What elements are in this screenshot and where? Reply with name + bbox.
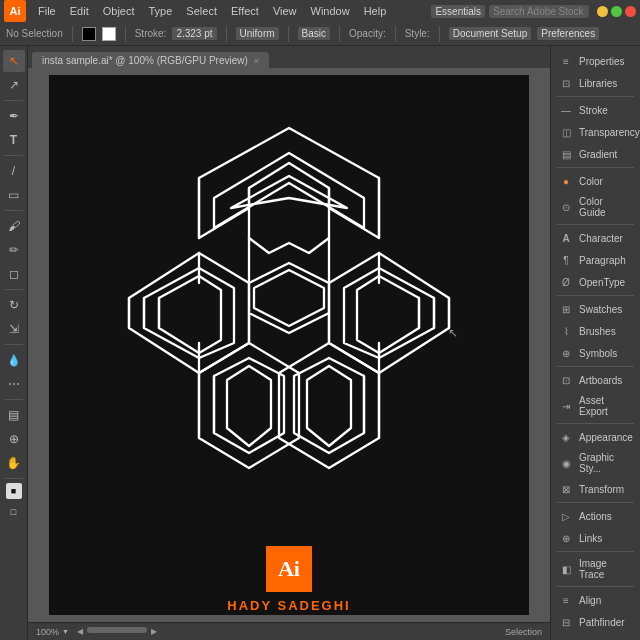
panel-item-paragraph[interactable]: ¶ Paragraph — [551, 249, 640, 271]
menu-edit[interactable]: Edit — [64, 3, 95, 19]
nav-right-btn[interactable]: ▶ — [151, 627, 157, 636]
panel-item-properties[interactable]: ≡ Properties — [551, 50, 640, 72]
basic-selector[interactable]: Basic — [298, 27, 330, 40]
panel-label-character: Character — [579, 233, 623, 244]
menu-effect[interactable]: Effect — [225, 3, 265, 19]
actions-icon: ▷ — [559, 509, 573, 523]
menu-type[interactable]: Type — [143, 3, 179, 19]
artboards-icon: ⊡ — [559, 373, 573, 387]
panel-label-transparency: Transparency — [579, 127, 640, 138]
window-controls — [597, 6, 636, 17]
pen-tool[interactable]: ✒ — [3, 105, 25, 127]
direct-selection-tool[interactable]: ↗ — [3, 74, 25, 96]
opentype-icon: Ø — [559, 275, 573, 289]
prefs-btn[interactable]: Preferences — [537, 27, 599, 40]
tab-bar: insta sample.ai* @ 100% (RGB/GPU Preview… — [28, 46, 550, 68]
panel-label-transform: Transform — [579, 484, 624, 495]
maximize-button[interactable] — [611, 6, 622, 17]
hand-tool[interactable]: ✋ — [3, 452, 25, 474]
stroke-swatch-tool[interactable]: □ — [3, 501, 25, 523]
zoom-dropdown-icon[interactable]: ▼ — [62, 628, 69, 635]
type-tool[interactable]: T — [3, 129, 25, 151]
panel-item-opentype[interactable]: Ø OpenType — [551, 271, 640, 293]
style-label: Style: — [405, 28, 430, 39]
zoom-tool[interactable]: ⊕ — [3, 428, 25, 450]
color-icon: ● — [559, 174, 573, 188]
panel-item-artboards[interactable]: ⊡ Artboards — [551, 369, 640, 391]
menu-view[interactable]: View — [267, 3, 303, 19]
paragraph-icon: ¶ — [559, 253, 573, 267]
panel-item-brushes[interactable]: ⌇ Brushes — [551, 320, 640, 342]
panel-item-image-trace[interactable]: ◧ Image Trace — [551, 554, 640, 584]
nav-bar[interactable] — [87, 627, 147, 633]
libraries-icon: ⊡ — [559, 76, 573, 90]
panel-item-align[interactable]: ≡ Align — [551, 589, 640, 611]
panel-item-appearance[interactable]: ◈ Appearance — [551, 426, 640, 448]
menu-window[interactable]: Window — [305, 3, 356, 19]
minimize-button[interactable] — [597, 6, 608, 17]
line-tool[interactable]: / — [3, 160, 25, 182]
menu-object[interactable]: Object — [97, 3, 141, 19]
panel-item-asset-export[interactable]: ⇥ Asset Export — [551, 391, 640, 421]
properties-icon: ≡ — [559, 54, 573, 68]
doc-setup-btn[interactable]: Document Setup — [449, 27, 532, 40]
panel-item-transparency[interactable]: ◫ Transparency — [551, 121, 640, 143]
panel-label-appearance: Appearance — [579, 432, 633, 443]
pencil-tool[interactable]: ✏ — [3, 239, 25, 261]
panel-item-libraries[interactable]: ⊡ Libraries — [551, 72, 640, 94]
zoom-control[interactable]: 100% ▼ — [36, 627, 69, 637]
paintbrush-tool[interactable]: 🖌 — [3, 215, 25, 237]
panel-label-pathfinder: Pathfinder — [579, 617, 625, 628]
search-stock[interactable]: Search Adobe Stock — [489, 5, 589, 18]
rotate-tool[interactable]: ↻ — [3, 294, 25, 316]
brushes-icon: ⌇ — [559, 324, 573, 338]
menu-bar: Ai File Edit Object Type Select Effect V… — [0, 0, 640, 22]
tab-close-btn[interactable]: × — [254, 56, 259, 66]
panel-item-symbols[interactable]: ⊛ Symbols — [551, 342, 640, 364]
artist-name: HADY SADEGHI — [227, 598, 350, 613]
menu-help[interactable]: Help — [358, 3, 393, 19]
blend-tool[interactable]: ⋯ — [3, 373, 25, 395]
transparency-icon: ◫ — [559, 125, 573, 139]
stroke-color[interactable] — [102, 27, 116, 41]
zoom-value[interactable]: 100% — [36, 627, 59, 637]
tools-panel: ↖ ↗ ✒ T / ▭ 🖌 ✏ ◻ ↻ ⇲ 💧 ⋯ ▤ ⊕ ✋ ■ □ — [0, 46, 28, 640]
panel-item-pathfinder[interactable]: ⊟ Pathfinder — [551, 611, 640, 633]
main-area: ↖ ↗ ✒ T / ▭ 🖌 ✏ ◻ ↻ ⇲ 💧 ⋯ ▤ ⊕ ✋ ■ □ inst… — [0, 46, 640, 640]
workspace-selector[interactable]: Essentials — [431, 5, 485, 18]
panel-item-links[interactable]: ⊕ Links — [551, 527, 640, 549]
fill-swatch-tool[interactable]: ■ — [6, 483, 22, 499]
panel-label-align: Align — [579, 595, 601, 606]
menu-select[interactable]: Select — [180, 3, 223, 19]
eraser-tool[interactable]: ◻ — [3, 263, 25, 285]
gradient-tool[interactable]: ▤ — [3, 404, 25, 426]
panel-label-color: Color — [579, 176, 603, 187]
panel-label-opentype: OpenType — [579, 277, 625, 288]
panel-item-color[interactable]: ● Color — [551, 170, 640, 192]
fill-color[interactable] — [82, 27, 96, 41]
nav-left-btn[interactable]: ◀ — [77, 627, 83, 636]
rectangle-tool[interactable]: ▭ — [3, 184, 25, 206]
panel-item-stroke[interactable]: — Stroke — [551, 99, 640, 121]
links-icon: ⊕ — [559, 531, 573, 545]
eyedropper-tool[interactable]: 💧 — [3, 349, 25, 371]
canvas-wrapper[interactable]: Ai HADY SADEGHI ↖ — [28, 68, 550, 622]
selection-tool[interactable]: ↖ — [3, 50, 25, 72]
close-button[interactable] — [625, 6, 636, 17]
menu-file[interactable]: File — [32, 3, 62, 19]
panel-label-image-trace: Image Trace — [579, 558, 632, 580]
scale-tool[interactable]: ⇲ — [3, 318, 25, 340]
panel-item-character[interactable]: A Character — [551, 227, 640, 249]
panel-item-graphic-sty[interactable]: ◉ Graphic Sty... — [551, 448, 640, 478]
document-tab[interactable]: insta sample.ai* @ 100% (RGB/GPU Preview… — [32, 52, 269, 68]
stroke-value[interactable]: 2.323 pt — [172, 27, 216, 40]
panel-item-color-guide[interactable]: ⊙ Color Guide — [551, 192, 640, 222]
uniform-selector[interactable]: Uniform — [236, 27, 279, 40]
panel-item-swatches[interactable]: ⊞ Swatches — [551, 298, 640, 320]
panel-item-actions[interactable]: ▷ Actions — [551, 505, 640, 527]
ai-logo-box: Ai — [266, 546, 312, 592]
graphic-sty-icon: ◉ — [559, 456, 573, 470]
symbols-icon: ⊛ — [559, 346, 573, 360]
panel-item-transform[interactable]: ⊠ Transform — [551, 478, 640, 500]
panel-item-gradient[interactable]: ▤ Gradient — [551, 143, 640, 165]
